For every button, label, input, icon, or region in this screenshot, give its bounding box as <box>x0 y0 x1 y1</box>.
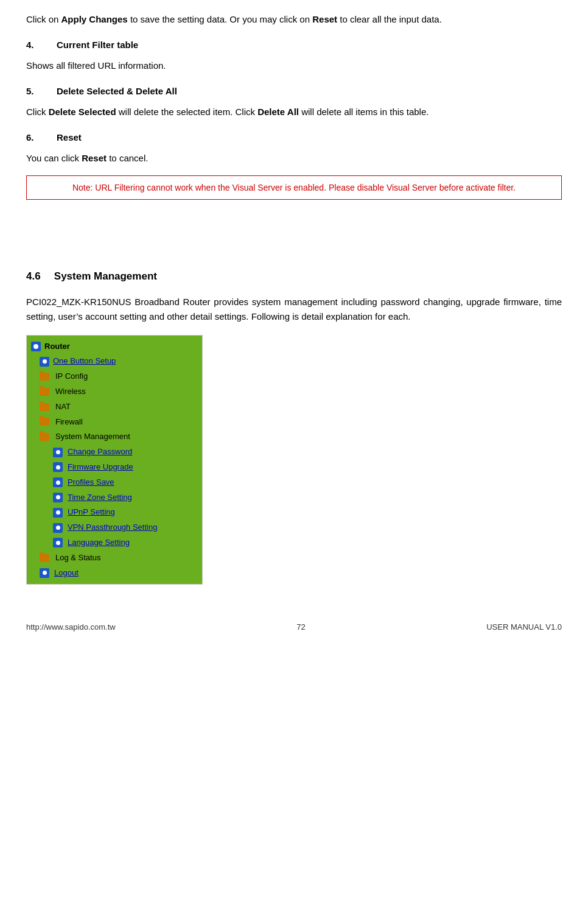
section5-heading: 5. Delete Selected & Delete All <box>26 84 562 99</box>
time-zone-setting-link[interactable]: Time Zone Setting <box>68 491 132 504</box>
note-box: Note: URL Filtering cannot work when the… <box>26 175 562 200</box>
change-password-icon <box>52 447 63 458</box>
menu-wireless[interactable]: Wireless <box>27 384 202 399</box>
menu-vpn-passthrough[interactable]: VPN Passthrough Setting <box>27 520 202 535</box>
system-management-label: System Management <box>55 431 130 443</box>
section6-title: Reset <box>57 130 82 145</box>
menu-time-zone-setting[interactable]: Time Zone Setting <box>27 490 202 505</box>
firewall-label: Firewall <box>55 416 83 429</box>
upnp-setting-icon <box>52 507 63 518</box>
ip-config-label: IP Config <box>55 370 88 383</box>
svg-point-8 <box>56 541 60 545</box>
log-status-label: Log & Status <box>55 552 100 565</box>
svg-point-9 <box>43 571 47 575</box>
firewall-icon <box>39 417 50 428</box>
section6-num: 6. <box>26 130 57 145</box>
footer-page-num: 72 <box>296 621 305 634</box>
menu-logout[interactable]: Logout <box>27 566 202 581</box>
section4-title: Current Filter table <box>57 38 138 52</box>
log-status-icon <box>39 552 50 563</box>
one-button-setup-link[interactable]: One Button Setup <box>53 355 116 368</box>
note-text: Note: URL Filtering cannot work when the… <box>72 183 516 192</box>
delete-all-bold: Delete All <box>257 107 299 117</box>
footer-manual: USER MANUAL V1.0 <box>486 621 562 634</box>
router-menu: Router One Button Setup IP Config Wirele… <box>26 335 203 585</box>
svg-point-5 <box>56 495 60 499</box>
reset-bold2: Reset <box>82 153 107 163</box>
svg-point-1 <box>43 359 47 364</box>
profiles-save-icon <box>52 477 63 488</box>
svg-point-0 <box>33 344 38 349</box>
language-setting-icon <box>52 537 63 548</box>
wireless-label: Wireless <box>55 385 86 398</box>
svg-point-4 <box>56 480 60 485</box>
menu-ip-config[interactable]: IP Config <box>27 369 202 384</box>
section5-desc: Click Delete Selected will delete the se… <box>26 105 562 119</box>
wireless-icon <box>39 386 50 397</box>
menu-language-setting[interactable]: Language Setting <box>27 535 202 551</box>
language-setting-link[interactable]: Language Setting <box>68 537 130 549</box>
footer-url: http://www.sapido.com.tw <box>26 621 116 634</box>
section46-num: 4.6 <box>26 270 41 282</box>
menu-firewall[interactable]: Firewall <box>27 415 202 430</box>
svg-point-2 <box>56 450 60 454</box>
reset-bold: Reset <box>312 14 337 24</box>
section5-num: 5. <box>26 84 57 99</box>
menu-one-button-setup[interactable]: One Button Setup <box>27 354 202 369</box>
menu-log-status[interactable]: Log & Status <box>27 551 202 566</box>
section46-desc: PCI022_MZK-KR150NUS Broadband Router pro… <box>26 295 562 324</box>
time-zone-setting-icon <box>52 492 63 503</box>
section6-heading: 6. Reset <box>26 130 562 145</box>
delete-selected-bold: Delete Selected <box>49 107 116 117</box>
nat-label: NAT <box>55 401 71 414</box>
router-icon <box>30 341 41 352</box>
router-label: Router <box>44 340 70 353</box>
apply-changes-bold: Apply Changes <box>61 14 128 24</box>
menu-firmware-upgrade[interactable]: Firmware Upgrade <box>27 460 202 475</box>
section6-desc: You can click Reset to cancel. <box>26 151 562 166</box>
section46-title: System Management <box>54 270 157 282</box>
logout-link[interactable]: Logout <box>54 567 79 580</box>
section4-desc: Shows all filtered URL information. <box>26 58 562 73</box>
menu-router[interactable]: Router <box>27 339 202 354</box>
menu-nat[interactable]: NAT <box>27 399 202 415</box>
footer: http://www.sapido.com.tw 72 USER MANUAL … <box>26 621 562 634</box>
menu-system-management[interactable]: System Management <box>27 429 202 445</box>
upnp-setting-link[interactable]: UPnP Setting <box>68 506 115 519</box>
profiles-save-link[interactable]: Profiles Save <box>68 476 114 489</box>
section46-heading: 4.6 System Management <box>26 268 562 284</box>
nat-icon <box>39 401 50 412</box>
svg-point-3 <box>56 465 60 470</box>
svg-point-7 <box>56 526 60 530</box>
section5-title: Delete Selected & Delete All <box>57 84 177 99</box>
firmware-upgrade-icon <box>52 462 63 473</box>
one-button-setup-icon <box>39 356 50 367</box>
logout-icon <box>39 568 50 579</box>
menu-profiles-save[interactable]: Profiles Save <box>27 475 202 490</box>
firmware-upgrade-link[interactable]: Firmware Upgrade <box>68 461 133 474</box>
system-management-icon <box>39 432 50 443</box>
vpn-passthrough-icon <box>52 523 63 533</box>
section4-heading: 4. Current Filter table <box>26 38 562 52</box>
intro-paragraph: Click on Apply Changes to save the setti… <box>26 12 562 27</box>
svg-point-6 <box>56 510 60 515</box>
vpn-passthrough-link[interactable]: VPN Passthrough Setting <box>68 521 157 534</box>
menu-upnp-setting[interactable]: UPnP Setting <box>27 505 202 520</box>
section4-num: 4. <box>26 38 57 52</box>
change-password-link[interactable]: Change Password <box>68 446 132 459</box>
menu-change-password[interactable]: Change Password <box>27 445 202 460</box>
ip-config-icon <box>39 371 50 382</box>
